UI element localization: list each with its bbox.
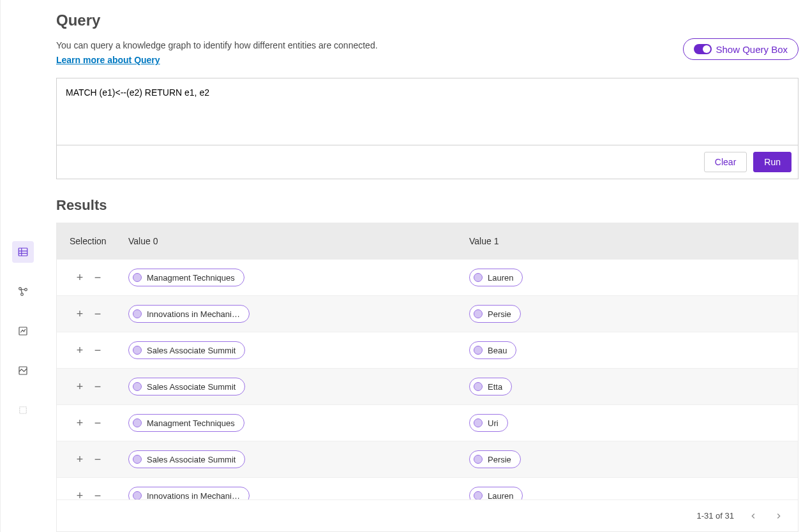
header-value1: Value 1: [461, 236, 798, 246]
pager: 1-31 of 31: [57, 499, 798, 531]
value1-cell: Persie: [461, 450, 798, 468]
entity-chip[interactable]: Etta: [469, 378, 512, 395]
description-block: You can query a knowledge graph to ident…: [56, 38, 378, 65]
value0-cell: Sales Associate Summit: [121, 341, 461, 359]
page-title: Query: [56, 11, 799, 29]
graph-view-button[interactable]: [12, 281, 34, 302]
value1-cell: Beau: [461, 341, 798, 359]
add-to-selection-button[interactable]: +: [75, 272, 84, 283]
entity-dot-icon: [133, 418, 142, 427]
show-query-box-toggle[interactable]: Show Query Box: [683, 38, 799, 60]
value1-cell: Lauren: [461, 269, 798, 286]
entity-chip[interactable]: Innovations in Mechanical...: [128, 487, 250, 499]
entity-chip-label: Persie: [488, 309, 511, 319]
entity-chip-label: Innovations in Mechanical...: [147, 491, 240, 499]
entity-chip-label: Beau: [488, 346, 507, 355]
value1-cell: Etta: [461, 378, 798, 395]
table-view-button[interactable]: [12, 241, 34, 263]
toggle-label: Show Query Box: [716, 44, 788, 55]
entity-chip-label: Persie: [488, 455, 511, 464]
entity-chip[interactable]: Lauren: [469, 269, 523, 286]
entity-dot-icon: [474, 455, 483, 464]
entity-chip[interactable]: Beau: [469, 341, 516, 359]
value1-cell: Lauren: [461, 487, 798, 499]
pager-text: 1-31 of 31: [696, 511, 734, 521]
remove-from-selection-button[interactable]: −: [93, 381, 102, 392]
add-to-selection-button[interactable]: +: [75, 308, 84, 320]
entity-chip-label: Sales Associate Summit: [147, 382, 236, 392]
query-input[interactable]: [57, 78, 798, 145]
entity-chip[interactable]: Sales Associate Summit: [128, 378, 245, 395]
pager-prev-button[interactable]: [747, 510, 760, 522]
value0-cell: Managment Techniques: [121, 414, 461, 432]
learn-more-link[interactable]: Learn more about Query: [56, 55, 160, 65]
entity-dot-icon: [133, 346, 142, 355]
entity-chip-label: Uri: [488, 418, 499, 428]
value0-cell: Managment Techniques: [121, 269, 461, 286]
map-view-button[interactable]: [12, 360, 34, 381]
table-row: +−Innovations in Mechanical...Lauren: [57, 477, 798, 499]
selection-cell: +−: [57, 417, 121, 429]
svg-line-8: [21, 290, 22, 293]
selection-cell: +−: [57, 272, 121, 283]
entity-chip[interactable]: Managment Techniques: [128, 269, 244, 286]
add-to-selection-button[interactable]: +: [75, 490, 84, 499]
remove-from-selection-button[interactable]: −: [93, 417, 102, 429]
entity-chip-label: Managment Techniques: [147, 273, 235, 283]
value0-cell: Innovations in Mechanical...: [121, 305, 461, 323]
header-selection: Selection: [57, 236, 121, 246]
page-description: You can query a knowledge graph to ident…: [56, 38, 378, 52]
add-to-selection-button[interactable]: +: [75, 381, 84, 392]
entity-chip-label: Managment Techniques: [147, 418, 235, 428]
entity-dot-icon: [133, 382, 142, 391]
entity-chip-label: Etta: [488, 382, 502, 392]
entity-chip[interactable]: Persie: [469, 450, 521, 468]
entity-chip[interactable]: Sales Associate Summit: [128, 450, 245, 468]
remove-from-selection-button[interactable]: −: [93, 344, 102, 356]
entity-dot-icon: [133, 455, 142, 464]
entity-dot-icon: [474, 491, 483, 499]
table-row: +−Managment TechniquesLauren: [57, 259, 798, 295]
table-row: +−Sales Associate SummitEtta: [57, 368, 798, 404]
table-header: Selection Value 0 Value 1: [57, 223, 798, 259]
entity-chip[interactable]: Managment Techniques: [128, 414, 244, 432]
value0-cell: Sales Associate Summit: [121, 450, 461, 468]
table-row: +−Innovations in Mechanical...Persie: [57, 295, 798, 332]
table-row: +−Managment TechniquesUri: [57, 404, 798, 441]
svg-point-5: [24, 288, 27, 291]
entity-chip-label: Sales Associate Summit: [147, 346, 236, 355]
remove-from-selection-button[interactable]: −: [93, 308, 102, 320]
left-toolbar: [0, 0, 45, 532]
main-panel: Query You can query a knowledge graph to…: [45, 0, 810, 532]
selection-cell: +−: [57, 490, 121, 499]
clear-button[interactable]: Clear: [704, 152, 747, 172]
chevron-left-icon: [749, 512, 758, 521]
svg-rect-11: [19, 407, 26, 414]
table-row: +−Sales Associate SummitBeau: [57, 332, 798, 368]
remove-from-selection-button[interactable]: −: [93, 272, 102, 283]
entity-chip[interactable]: Uri: [469, 414, 508, 432]
run-button[interactable]: Run: [753, 152, 791, 172]
value1-cell: Uri: [461, 414, 798, 432]
selection-cell: +−: [57, 344, 121, 356]
pager-next-button[interactable]: [772, 510, 785, 522]
entity-chip[interactable]: Persie: [469, 305, 521, 323]
value1-cell: Persie: [461, 305, 798, 323]
remove-from-selection-button[interactable]: −: [93, 490, 102, 499]
entity-dot-icon: [474, 346, 483, 355]
selection-cell: +−: [57, 381, 121, 392]
query-box: Clear Run: [56, 78, 799, 179]
add-to-selection-button[interactable]: +: [75, 344, 84, 356]
entity-dot-icon: [474, 382, 483, 391]
card-view-button[interactable]: [12, 320, 34, 342]
entity-chip-label: Lauren: [488, 491, 513, 499]
entity-chip[interactable]: Innovations in Mechanical...: [128, 305, 250, 323]
entity-chip[interactable]: Lauren: [469, 487, 523, 499]
selection-cell: +−: [57, 308, 121, 320]
add-to-selection-button[interactable]: +: [75, 417, 84, 429]
entity-chip-label: Lauren: [488, 273, 513, 283]
add-to-selection-button[interactable]: +: [75, 454, 84, 465]
remove-from-selection-button[interactable]: −: [93, 454, 102, 465]
table-body: +−Managment TechniquesLauren+−Innovation…: [57, 259, 798, 499]
entity-chip[interactable]: Sales Associate Summit: [128, 341, 245, 359]
